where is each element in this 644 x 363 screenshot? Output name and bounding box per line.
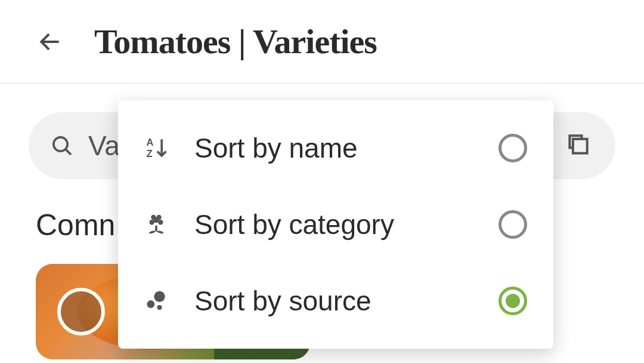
search-icon: [50, 134, 74, 158]
back-icon[interactable]: [36, 27, 64, 56]
radio-unselected[interactable]: [499, 134, 527, 162]
svg-text:A: A: [147, 137, 154, 147]
sort-option-label: Sort by name: [194, 132, 499, 164]
flower-icon: [140, 208, 173, 241]
sort-by-source-option[interactable]: Sort by source: [118, 263, 553, 339]
radio-unselected[interactable]: [499, 210, 527, 239]
app-header: Tomatoes | Varieties: [0, 0, 644, 84]
svg-rect-3: [573, 139, 587, 153]
sort-popup: A Z Sort by name Sort by category: [118, 100, 553, 349]
svg-point-14: [157, 305, 162, 310]
sort-alpha-icon: A Z: [140, 131, 173, 165]
svg-point-8: [149, 220, 154, 224]
sort-option-label: Sort by category: [194, 208, 499, 241]
svg-point-12: [154, 291, 165, 302]
radio-selected[interactable]: [499, 287, 527, 315]
svg-point-11: [156, 215, 161, 220]
svg-point-9: [158, 220, 163, 224]
svg-point-10: [151, 215, 156, 220]
expand-icon[interactable]: [565, 131, 594, 160]
svg-line-2: [66, 149, 71, 155]
sort-by-name-option[interactable]: A Z Sort by name: [118, 110, 553, 186]
sort-by-category-option[interactable]: Sort by category: [118, 186, 553, 263]
card-select-circle[interactable]: [57, 288, 105, 336]
svg-text:Z: Z: [147, 148, 153, 159]
svg-point-1: [54, 137, 67, 151]
bubbles-icon: [140, 284, 173, 318]
sort-option-label: Sort by source: [194, 285, 499, 317]
page-title: Tomatoes | Varieties: [94, 21, 377, 61]
svg-point-13: [147, 300, 154, 308]
